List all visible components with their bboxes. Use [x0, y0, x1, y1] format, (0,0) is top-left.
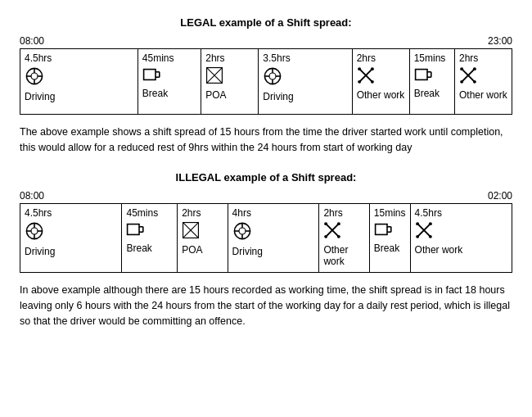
illegal-title: ILLEGAL example of a Shift spread: [20, 171, 512, 184]
svg-point-66 [416, 222, 419, 225]
poa-icon [182, 221, 200, 242]
svg-point-21 [358, 67, 361, 70]
table-row: 2hrs Other work [353, 49, 410, 115]
table-row: 4.5hrs Driving [20, 49, 138, 115]
svg-point-59 [337, 235, 340, 238]
table-row: 4hrs Driving [228, 204, 320, 273]
driving-icon [25, 221, 44, 243]
svg-point-31 [460, 67, 463, 70]
illegal-time-end: 02:00 [488, 190, 512, 202]
break-icon [414, 66, 434, 85]
legal-shift-table: 4.5hrs Driving45mins Break2hrs POA3.5hrs… [20, 48, 512, 115]
table-row: 2hrs Other work [455, 49, 512, 115]
svg-rect-41 [128, 224, 139, 234]
table-row: 15mins Break [410, 49, 455, 115]
legal-title: LEGAL example of a Shift spread: [20, 16, 512, 29]
break-icon [126, 221, 146, 240]
table-row: 4.5hrs Other work [411, 204, 512, 273]
svg-point-1 [31, 73, 38, 79]
break-icon [142, 66, 162, 85]
svg-point-14 [269, 73, 276, 79]
otherwork-icon [459, 66, 477, 87]
break-icon [374, 221, 394, 240]
otherwork-icon [357, 66, 375, 87]
legal-time-end: 23:00 [488, 35, 512, 47]
table-row: 2hrs POA [201, 49, 259, 115]
legal-description: The above example shows a shift spread o… [20, 125, 512, 156]
driving-icon [232, 221, 252, 243]
driving-icon [263, 66, 282, 88]
table-row: 15mins Break [370, 204, 411, 273]
illegal-shift-table: 4.5hrs Driving45mins Break2hrs POA4hrs D… [20, 203, 512, 273]
svg-point-49 [239, 228, 246, 234]
illegal-time-start: 08:00 [20, 190, 44, 202]
illegal-time-row: 08:00 02:00 [20, 190, 512, 202]
illegal-description: In above example although there are 15 h… [20, 283, 512, 330]
svg-point-69 [428, 235, 431, 238]
svg-point-22 [371, 67, 374, 70]
table-row: 2hrs POA [178, 204, 228, 273]
table-row: 45mins Break [122, 204, 178, 273]
svg-point-67 [428, 222, 431, 225]
svg-point-32 [473, 67, 476, 70]
svg-point-58 [325, 235, 328, 238]
legal-section: LEGAL example of a Shift spread: 08:00 2… [20, 16, 512, 156]
svg-point-34 [473, 80, 476, 84]
svg-rect-6 [143, 70, 155, 80]
svg-rect-25 [415, 70, 426, 80]
svg-point-68 [416, 235, 419, 238]
table-row: 45mins Break [138, 49, 201, 115]
svg-point-23 [358, 80, 361, 84]
driving-icon [25, 66, 44, 88]
legal-time-start: 08:00 [20, 35, 44, 47]
svg-point-57 [337, 222, 340, 225]
illegal-section: ILLEGAL example of a Shift spread: 08:00… [20, 171, 512, 330]
svg-point-33 [460, 80, 463, 84]
svg-point-56 [325, 222, 328, 225]
poa-icon [205, 66, 223, 87]
table-row: 3.5hrs Driving [259, 49, 352, 115]
svg-rect-60 [375, 224, 386, 234]
svg-point-24 [371, 80, 374, 84]
legal-time-row: 08:00 23:00 [20, 35, 512, 47]
otherwork-icon [323, 221, 341, 242]
svg-point-36 [31, 228, 38, 234]
otherwork-icon [415, 221, 433, 242]
table-row: 2hrs Other work [319, 204, 369, 273]
table-row: 4.5hrs Driving [20, 204, 122, 273]
